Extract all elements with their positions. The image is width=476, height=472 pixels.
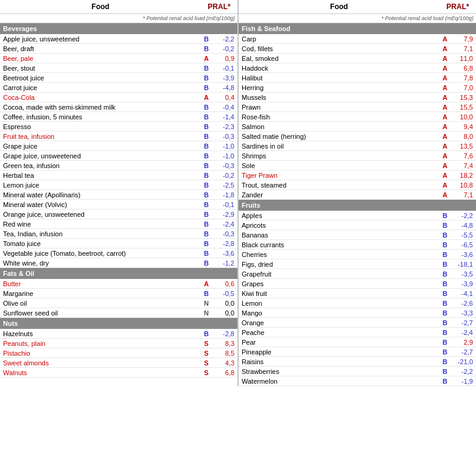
food-name: Beer, stout <box>0 64 201 72</box>
pral-value: -2,6 <box>450 299 476 308</box>
grade-indicator: A <box>439 142 450 150</box>
table-row: PistachioS8,5 <box>0 348 237 358</box>
pral-value: -0,2 <box>212 44 237 53</box>
grade-indicator: A <box>439 161 450 170</box>
grade-indicator: B <box>201 220 212 228</box>
pral-value: -2,4 <box>450 328 476 337</box>
food-name: Sole <box>239 161 439 170</box>
food-name: Mineral water (Volvic) <box>0 200 201 209</box>
food-name: Lemon juice <box>0 181 201 189</box>
grade-indicator: A <box>439 103 450 111</box>
food-name: Prawn <box>239 103 439 111</box>
table-row: ApricotsB-4,8 <box>239 220 476 230</box>
column-right: FoodPRAL** Potential renal acid load (mE… <box>239 0 476 386</box>
grade-indicator: B <box>201 171 212 180</box>
main-container: FoodPRAL** Potential renal acid load (mE… <box>0 0 476 386</box>
grade-indicator: A <box>439 44 450 53</box>
food-name: Salted matie (herring) <box>239 132 439 141</box>
food-name: Strawberries <box>239 367 439 376</box>
table-row: Vegetable juice (Tomato, beetroot, carro… <box>0 248 237 258</box>
grade-indicator: B <box>439 319 450 327</box>
food-name: Lemon <box>239 299 439 308</box>
pral-value: -2,9 <box>212 210 237 219</box>
grade-indicator: B <box>201 83 212 92</box>
grade-indicator: A <box>439 64 450 72</box>
pral-value: 0,0 <box>212 309 237 317</box>
food-name: Olive oil <box>0 299 201 308</box>
table-row: Mineral water (Volvic)B-0,1 <box>0 200 237 210</box>
grade-indicator: B <box>201 44 212 53</box>
pral-value: 10,0 <box>450 113 476 121</box>
food-name: Sunflower seed oil <box>0 309 201 317</box>
pral-value: 6,8 <box>450 64 476 72</box>
food-name: Shrimps <box>239 152 439 160</box>
table-row: MargarineB-0,5 <box>0 289 237 298</box>
pral-value: 18,2 <box>450 171 476 180</box>
pral-value: 7,0 <box>450 83 476 92</box>
grade-indicator: A <box>439 132 450 141</box>
pral-value: 4,3 <box>212 359 237 367</box>
table-row: Green tea, infusionB-0,3 <box>0 161 237 171</box>
pral-value: -2,7 <box>450 348 476 356</box>
grade-indicator: B <box>439 211 450 220</box>
subtitle: * Potential renal acid load (mEq/100g) <box>239 14 476 23</box>
table-row: StrawberriesB-2,2 <box>239 367 476 376</box>
table-row: PearB2,9 <box>239 337 476 347</box>
food-name: Apple juice, unsweetened <box>0 35 201 43</box>
food-name: Hazelnuts <box>0 329 201 338</box>
table-row: PineappleB-2,7 <box>239 347 476 357</box>
pral-value: 7,6 <box>450 152 476 160</box>
food-name: Pineapple <box>239 348 439 356</box>
grade-indicator: B <box>201 329 212 338</box>
pral-value: 7,1 <box>450 191 476 199</box>
pral-value: -3,6 <box>450 250 476 259</box>
table-row: White wine, dryB-1,2 <box>0 258 237 268</box>
grade-indicator: B <box>439 270 450 278</box>
pral-value: 8,3 <box>212 339 237 348</box>
pral-column-header: PRAL* <box>439 0 476 13</box>
pral-value: 10,8 <box>450 181 476 189</box>
food-name: Tomato juice <box>0 239 201 248</box>
food-name: Watermelon <box>239 377 439 386</box>
food-name: Raisins <box>239 358 439 366</box>
grade-indicator: B <box>201 289 212 298</box>
food-name: Espresso <box>0 122 201 131</box>
table-row: CarpA7,9 <box>239 34 476 44</box>
pral-value: -0,4 <box>212 103 237 111</box>
pral-value: -4,1 <box>450 289 476 298</box>
table-row: OrangeB-2,7 <box>239 318 476 328</box>
food-name: Fruit tea, infusion <box>0 132 201 141</box>
table-row: HalibutA7,8 <box>239 73 476 83</box>
grade-indicator: A <box>439 35 450 43</box>
table-row: ButterA0,6 <box>0 279 237 289</box>
food-column-header: Food <box>239 0 439 13</box>
table-row: SalmonA9,4 <box>239 122 476 132</box>
pral-value: -4,8 <box>450 221 476 230</box>
table-row: PeacheB-2,4 <box>239 328 476 337</box>
food-name: Rose-fish <box>239 113 439 121</box>
table-row: Tomato juiceB-2,8 <box>0 239 237 248</box>
food-name: Zander <box>239 191 439 199</box>
grade-indicator: B <box>201 239 212 248</box>
pral-value: -0,3 <box>212 132 237 141</box>
food-name: Green tea, infusion <box>0 161 201 170</box>
table-row: MusselsA15,3 <box>239 93 476 102</box>
pral-value: 0,0 <box>212 299 237 308</box>
pral-value: -0,2 <box>212 171 237 180</box>
table-row: HazelnutsB-2,8 <box>0 329 237 339</box>
grade-indicator: A <box>439 54 450 63</box>
table-row: CherriesB-3,6 <box>239 250 476 259</box>
grade-indicator: B <box>201 103 212 111</box>
food-name: Beer, draft <box>0 44 201 53</box>
column-header: FoodPRAL* <box>239 0 476 14</box>
pral-value: -2,2 <box>450 211 476 220</box>
food-name: Salmon <box>239 122 439 131</box>
section-header-nuts: Nuts <box>0 318 237 329</box>
pral-value: -1,8 <box>212 191 237 199</box>
table-row: Figs, driedB-18,1 <box>239 259 476 269</box>
grade-indicator: S <box>201 359 212 367</box>
grade-indicator: B <box>439 309 450 317</box>
grade-indicator: A <box>201 54 212 63</box>
pral-value: -3,5 <box>450 270 476 278</box>
pral-value: -2,8 <box>212 329 237 338</box>
